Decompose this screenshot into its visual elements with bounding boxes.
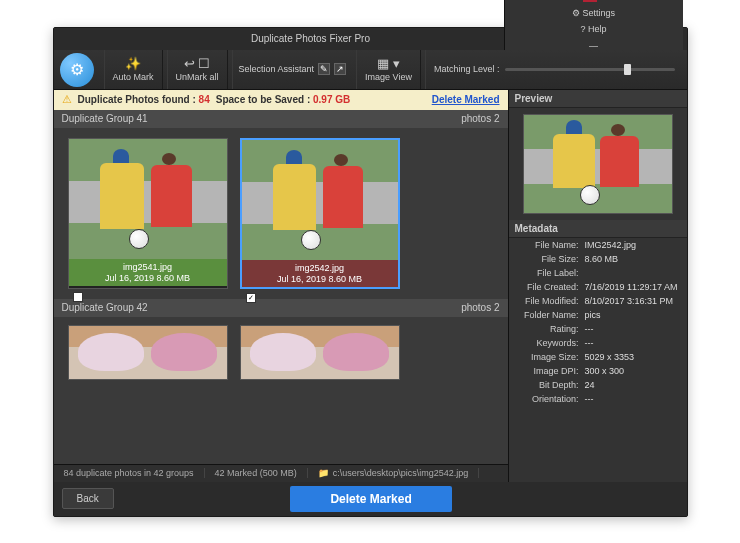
metadata-header: Metadata	[509, 220, 687, 238]
unmarkall-button[interactable]: ↩ ☐ UnMark all	[167, 50, 228, 89]
photo-thumbnail[interactable]	[240, 325, 400, 380]
metadata-key: File Size:	[515, 254, 585, 264]
sidebar-panel: Preview Metadata File Name:IMG2542.jpgFi…	[508, 90, 687, 482]
photo-caption: img2542.jpg Jul 16, 2019 8.60 MB	[242, 260, 398, 287]
info-bar: ⚠ Duplicate Photos found : 84 Space to b…	[54, 90, 508, 110]
matching-level-label: Matching Level :	[434, 64, 500, 74]
metadata-value: 24	[585, 380, 595, 390]
photo-thumbnail[interactable]	[242, 140, 398, 260]
group-photo-count: photos 2	[461, 113, 499, 124]
group-title: Duplicate Group 42	[62, 302, 148, 313]
status-summary: 84 duplicate photos in 42 groups	[54, 468, 205, 478]
image-view-button[interactable]: ▦ ▾ Image View	[356, 50, 421, 89]
slider-thumb[interactable]	[624, 64, 631, 75]
metadata-key: Keywords:	[515, 338, 585, 348]
window-title: Duplicate Photos Fixer Pro	[118, 33, 504, 44]
photo-checkbox[interactable]: ✓	[246, 293, 256, 303]
preview-image[interactable]	[523, 114, 673, 214]
matching-level-slider[interactable]	[505, 68, 674, 71]
settings-link[interactable]: ⚙ Settings	[572, 8, 615, 18]
toolbar: ⚙ ✨ Auto Mark ↩ ☐ UnMark all Selection A…	[54, 50, 687, 90]
back-button[interactable]: Back	[62, 488, 114, 509]
grid-icon: ▦ ▾	[377, 56, 400, 71]
group-photo-count: photos 2	[461, 302, 499, 313]
metadata-row: File Size:8.60 MB	[509, 252, 687, 266]
matching-level-control: Matching Level :	[425, 50, 683, 89]
unmark-icon: ↩ ☐	[184, 56, 211, 71]
app-window: Duplicate Photos Fixer Pro ▾ ⚙ Settings …	[53, 27, 688, 517]
metadata-value: 300 x 300	[585, 366, 625, 376]
metadata-row: Folder Name:pics	[509, 308, 687, 322]
metadata-row: Rating:---	[509, 322, 687, 336]
photo-filename: img2541.jpg	[73, 262, 223, 272]
metadata-row: Image Size:5029 x 3353	[509, 350, 687, 364]
photo-card[interactable]: ✓ img2542.jpg Jul 16, 2019 8.60 MB	[240, 138, 400, 289]
metadata-key: Bit Depth:	[515, 380, 585, 390]
photo-filename: img2542.jpg	[246, 263, 394, 273]
metadata-value: 8/10/2017 3:16:31 PM	[585, 296, 674, 306]
photo-thumbnail[interactable]	[68, 325, 228, 380]
metadata-key: File Name:	[515, 240, 585, 250]
wand-icon: ✨	[125, 56, 141, 71]
metadata-value: ---	[585, 394, 594, 404]
app-logo-icon: ⚙	[60, 53, 94, 87]
delete-marked-link[interactable]: Delete Marked	[432, 94, 500, 105]
language-flag[interactable]: ▾	[583, 0, 604, 2]
help-link[interactable]: ? Help	[580, 24, 606, 34]
metadata-value: IMG2542.jpg	[585, 240, 637, 250]
selection-tool-2[interactable]: ↗	[334, 63, 346, 75]
metadata-value: ---	[585, 324, 594, 334]
metadata-key: File Label:	[515, 268, 585, 278]
folder-icon: 📁	[318, 468, 329, 478]
photo-meta: Jul 16, 2019 8.60 MB	[105, 273, 190, 283]
space-value: 0.97 GB	[313, 94, 350, 105]
metadata-row: Bit Depth:24	[509, 378, 687, 392]
metadata-value: ---	[585, 338, 594, 348]
preview-header: Preview	[509, 90, 687, 108]
group-title: Duplicate Group 41	[62, 113, 148, 124]
delete-marked-button[interactable]: Delete Marked	[290, 486, 451, 512]
photo-meta: Jul 16, 2019 8.60 MB	[277, 274, 362, 284]
group-header[interactable]: Duplicate Group 42 photos 2	[54, 299, 508, 317]
selection-assistant-label: Selection Assistant	[239, 64, 315, 74]
group-photos: img2541.jpg Jul 16, 2019 8.60 MB ✓ img25…	[54, 128, 508, 299]
status-path: 📁c:\users\desktop\pics\img2542.jpg	[308, 468, 480, 478]
bottom-bar: Back Delete Marked	[54, 482, 687, 516]
metadata-row: File Modified:8/10/2017 3:16:31 PM	[509, 294, 687, 308]
metadata-list: File Name:IMG2542.jpgFile Size:8.60 MBFi…	[509, 238, 687, 482]
metadata-value: 5029 x 3353	[585, 352, 635, 362]
photo-checkbox[interactable]	[73, 292, 83, 302]
selection-tool-1[interactable]: ✎	[318, 63, 330, 75]
metadata-row: Keywords:---	[509, 336, 687, 350]
warning-icon: ⚠	[62, 93, 72, 106]
photo-thumbnail[interactable]	[69, 139, 227, 259]
status-bar: 84 duplicate photos in 42 groups 42 Mark…	[54, 464, 508, 482]
metadata-value: 7/16/2019 11:29:17 AM	[585, 282, 678, 292]
metadata-key: Image Size:	[515, 352, 585, 362]
group-photos	[54, 317, 508, 380]
metadata-row: File Name:IMG2542.jpg	[509, 238, 687, 252]
metadata-key: File Created:	[515, 282, 585, 292]
metadata-row: File Label:	[509, 266, 687, 280]
space-label: Space to be Saved :	[216, 94, 310, 105]
metadata-key: Image DPI:	[515, 366, 585, 376]
found-count: 84	[199, 94, 210, 105]
metadata-row: Orientation:---	[509, 392, 687, 406]
metadata-key: Orientation:	[515, 394, 585, 404]
metadata-key: Rating:	[515, 324, 585, 334]
group-header[interactable]: Duplicate Group 41 photos 2	[54, 110, 508, 128]
selection-assistant-section: Selection Assistant ✎ ↗	[232, 50, 353, 89]
titlebar: Duplicate Photos Fixer Pro ▾ ⚙ Settings …	[54, 28, 687, 50]
metadata-value: pics	[585, 310, 601, 320]
found-label: Duplicate Photos found :	[78, 94, 196, 105]
preview-section	[509, 108, 687, 220]
metadata-key: File Modified:	[515, 296, 585, 306]
main-body: ⚠ Duplicate Photos found : 84 Space to b…	[54, 90, 687, 482]
results-panel: ⚠ Duplicate Photos found : 84 Space to b…	[54, 90, 508, 482]
photo-card[interactable]: img2541.jpg Jul 16, 2019 8.60 MB	[68, 138, 228, 289]
metadata-row: File Created:7/16/2019 11:29:17 AM	[509, 280, 687, 294]
photo-caption: img2541.jpg Jul 16, 2019 8.60 MB	[69, 259, 227, 286]
automark-button[interactable]: ✨ Auto Mark	[104, 50, 163, 89]
metadata-key: Folder Name:	[515, 310, 585, 320]
metadata-value: 8.60 MB	[585, 254, 619, 264]
